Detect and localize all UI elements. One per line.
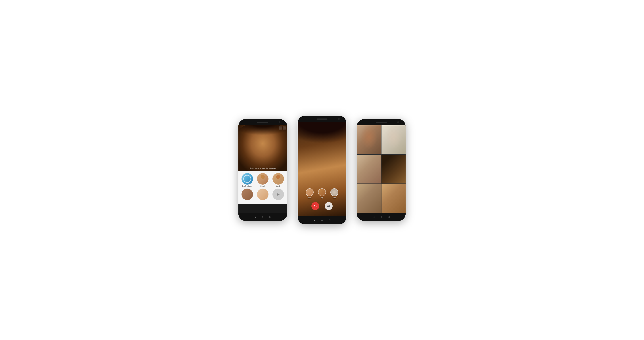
recents-button[interactable] xyxy=(387,215,390,218)
settings-icon[interactable] xyxy=(283,126,286,130)
participant-zhou: Zhou xyxy=(306,188,314,199)
zhou-name: Zhou xyxy=(308,197,312,199)
mike-avatar xyxy=(330,188,338,196)
back-button[interactable] xyxy=(372,215,375,218)
recents-button[interactable] xyxy=(328,219,331,222)
phone-2: Zhou Joy Mike xyxy=(298,116,346,224)
contact-row-1: The Treehouse Vince L Joy B xyxy=(240,173,285,187)
phone-3-top-bar xyxy=(357,119,406,125)
vince-label: Vince L xyxy=(260,185,265,187)
home-button[interactable] xyxy=(261,215,264,218)
joy-b-avatar xyxy=(272,173,284,185)
home-button[interactable] xyxy=(320,219,324,222)
vince-avatar-inner xyxy=(257,173,268,185)
front-camera xyxy=(338,118,340,120)
recents-button[interactable] xyxy=(269,215,272,218)
zhou-avatar xyxy=(306,188,314,196)
video-cell-3 xyxy=(357,155,381,184)
swipe-hint-text: Swipe down to record a message xyxy=(238,167,287,169)
treehouse-avatar-inner xyxy=(242,173,253,185)
group-icon xyxy=(327,204,330,208)
phone-3-bottom-bar xyxy=(357,213,406,221)
contact-item-vince[interactable]: Vince L xyxy=(256,173,269,187)
end-call-button[interactable] xyxy=(312,202,319,210)
call-participants: Zhou Joy Mike xyxy=(298,188,346,199)
mike-name: Mike xyxy=(333,197,336,199)
contact-item-person5[interactable] xyxy=(256,189,269,200)
phone-3 xyxy=(357,119,406,221)
video-cell-2 xyxy=(382,125,406,154)
video-cell-5 xyxy=(357,184,381,213)
back-button[interactable] xyxy=(254,215,257,218)
contact-item-person4[interactable] xyxy=(241,189,254,200)
grid-icon[interactable] xyxy=(279,126,282,130)
phone-2-screen: Zhou Joy Mike xyxy=(298,122,346,216)
phone-1-video-preview: Swipe down to record a message xyxy=(238,125,287,171)
contacts-area: The Treehouse Vince L Joy B xyxy=(238,171,287,204)
call-controls xyxy=(298,202,346,210)
treehouse-label: The Treehouse xyxy=(242,185,252,187)
contact-item-treehouse[interactable]: The Treehouse xyxy=(241,173,254,187)
contact-item-video[interactable]: ▶ xyxy=(272,189,284,200)
phone-1: Swipe down to record a message The Treeh… xyxy=(238,119,287,221)
front-camera xyxy=(279,121,280,123)
treehouse-avatar xyxy=(242,173,253,185)
video-top-icons xyxy=(279,126,286,130)
video-face xyxy=(238,125,287,171)
video-cell-1 xyxy=(357,125,381,154)
video-cell-6 xyxy=(382,184,406,213)
back-button[interactable] xyxy=(313,219,316,222)
participant-mike: Mike xyxy=(330,188,338,199)
main-video-feed: Zhou Joy Mike xyxy=(298,122,346,216)
phone-1-bottom-bar xyxy=(238,213,287,221)
vince-avatar xyxy=(257,173,268,185)
phone-2-top-bar xyxy=(298,116,346,122)
person4-avatar xyxy=(242,189,253,200)
phones-container: Swipe down to record a message The Treeh… xyxy=(230,107,414,233)
video-thumb: ▶ xyxy=(272,189,284,200)
group-button[interactable] xyxy=(325,202,332,210)
home-button[interactable] xyxy=(380,215,383,218)
speaker-grille xyxy=(257,122,268,123)
joy-avatar xyxy=(318,188,326,196)
speaker-grille xyxy=(316,118,328,120)
participant-joy: Joy xyxy=(318,188,326,199)
contact-row-2: ▶ xyxy=(240,189,285,200)
person5-avatar xyxy=(257,189,268,200)
phone-1-screen: Swipe down to record a message The Treeh… xyxy=(238,125,287,213)
joy-name: Joy xyxy=(321,197,323,199)
contact-item-joy-b[interactable]: Joy B xyxy=(272,173,284,187)
person5-avatar-inner xyxy=(257,189,268,200)
front-camera xyxy=(397,121,399,123)
phone-1-top-bar xyxy=(238,119,287,125)
end-call-icon xyxy=(314,204,317,208)
video-cell-4 xyxy=(382,155,406,184)
person4-avatar-inner xyxy=(242,189,253,200)
joy-b-avatar-inner xyxy=(272,173,284,185)
phone-2-bottom-bar xyxy=(298,216,346,224)
speaker-grille xyxy=(376,122,387,123)
joy-b-label: Joy B xyxy=(276,185,280,187)
video-thumb-inner: ▶ xyxy=(272,189,284,200)
phone-3-screen xyxy=(357,125,406,213)
